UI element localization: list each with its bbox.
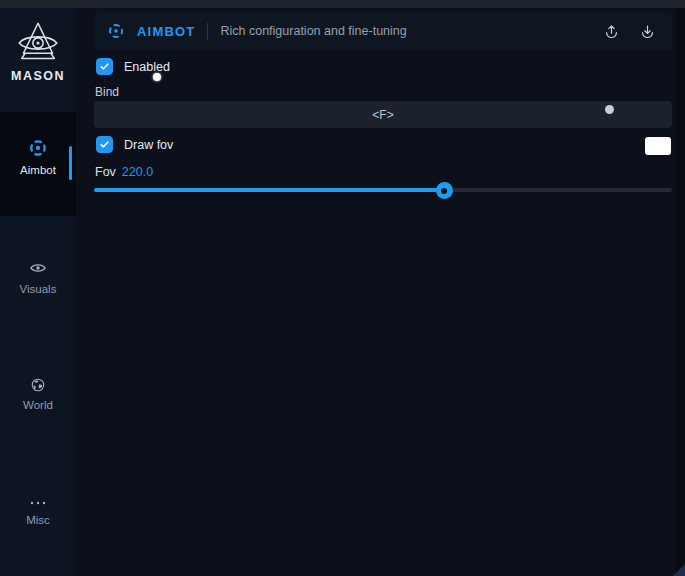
sidebar-item-label: Aimbot [20,164,56,176]
sidebar-item-visuals[interactable]: Visuals [0,245,76,309]
sidebar: MASON Aimbot Visuals [0,8,76,576]
fov-value: 220.0 [122,165,153,179]
sidebar-item-label: Misc [26,514,50,526]
crosshair-icon [28,138,48,158]
secondary-cursor-dot [605,105,614,114]
sidebar-item-label: World [23,399,53,411]
divider [207,23,208,40]
draw-fov-checkbox[interactable] [96,136,113,153]
page-header: AIMBOT Rich configuration and fine-tunin… [95,12,672,50]
fov-slider-handle[interactable] [436,182,453,199]
window-top-strip [0,0,685,8]
logo-text: MASON [11,69,65,83]
upload-icon [603,23,620,40]
window-right-edge [676,8,685,576]
ellipsis-icon [29,498,47,508]
fov-label: Fov [95,165,116,179]
bind-input[interactable]: <F> [94,101,672,128]
fov-color-swatch[interactable] [645,137,671,155]
download-config-button[interactable] [634,18,660,44]
page-title: AIMBOT [137,24,195,39]
mason-menu-window: MASON Aimbot Visuals [0,0,685,576]
crosshair-icon [107,22,125,40]
checkmark-icon [99,139,110,150]
selected-indicator [69,146,72,180]
eye-icon [29,259,47,277]
download-icon [639,23,656,40]
checkmark-icon [99,61,110,72]
page-subtitle: Rich configuration and fine-tuning [220,24,406,38]
cursor-dot [153,73,161,81]
corner-accent [673,564,685,576]
draw-fov-label: Draw fov [124,138,173,152]
bind-value: <F> [372,108,393,122]
fov-slider[interactable] [94,182,672,199]
upload-config-button[interactable] [598,18,624,44]
sidebar-item-label: Visuals [20,283,57,295]
eye-pyramid-icon [14,20,62,66]
logo: MASON [0,20,76,83]
slider-handle-hole [441,188,447,194]
fov-value-line: Fov220.0 [95,165,153,179]
draw-fov-row: Draw fov [96,136,173,153]
enabled-label: Enabled [124,60,170,74]
enabled-checkbox[interactable] [96,58,113,75]
sidebar-item-misc[interactable]: Misc [0,480,76,544]
bind-label: Bind [95,85,119,99]
globe-icon [30,377,46,393]
sidebar-item-aimbot[interactable]: Aimbot [0,112,76,216]
fov-slider-fill [94,188,444,192]
sidebar-item-world[interactable]: World [0,362,76,426]
